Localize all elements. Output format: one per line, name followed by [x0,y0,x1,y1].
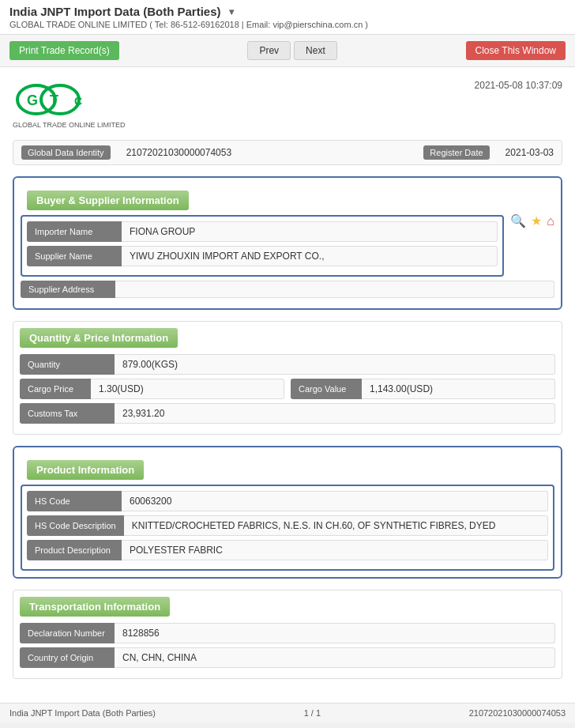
company-subtitle: GLOBAL TRADE ONLINE LIMITED ( Tel: 86-51… [9,20,566,29]
title-dropdown-icon[interactable]: ▾ [229,6,234,17]
importer-value: FIONA GROUP [122,221,498,242]
cargo-value-value: 1,143.00(USD) [362,379,555,399]
supplier-address-label: Supplier Address [21,281,115,298]
quantity-row: Quantity 879.00(KGS) [20,354,555,375]
search-icon[interactable]: 🔍 [510,213,526,228]
supplier-row: Supplier Name YIWU ZHOUXIN IMPORT AND EX… [27,246,498,266]
buyer-supplier-section: Buyer & Supplier Information Importer Na… [13,176,562,310]
top-bar: India JNPT Import Data (Both Parties) ▾ … [0,0,575,35]
hs-code-label: HS Code [27,491,122,511]
print-button[interactable]: Print Trade Record(s) [9,41,119,60]
next-button[interactable]: Next [294,41,337,60]
country-value: CN, CHN, CHINA [115,647,555,668]
main-content: G T C GLOBAL TRADE ONLINE LIMITED 2021-0… [0,67,575,703]
prev-button[interactable]: Prev [247,41,291,60]
hs-code-value: 60063200 [122,491,548,511]
register-date-label: Register Date [423,145,489,160]
supplier-value: YIWU ZHOUXIN IMPORT AND EXPORT CO., [122,246,498,266]
importer-label: Importer Name [27,221,122,242]
page-title: India JNPT Import Data (Both Parties) ▾ [9,5,566,18]
hs-desc-row: HS Code Description KNITTED/CROCHETED FA… [27,515,548,536]
svg-text:G: G [27,92,38,108]
quantity-price-title: Quantity & Price Information [20,328,178,348]
page-footer: India JNPT Import Data (Both Parties) 1 … [0,703,575,722]
cargo-value-label: Cargo Value [291,379,362,399]
quantity-value: 879.00(KGS) [115,354,555,375]
cargo-price-value: 1.30(USD) [91,379,284,399]
importer-row: Importer Name FIONA GROUP [27,221,498,242]
supplier-address-value [115,281,554,298]
buyer-supplier-inner: Importer Name FIONA GROUP Supplier Name … [21,215,504,277]
global-data-label: Global Data Identity [21,145,111,160]
product-section: Product Information HS Code 60063200 HS … [13,446,562,579]
quantity-price-body: Quantity 879.00(KGS) Cargo Price 1.30(US… [13,348,562,434]
record-timestamp: 2021-05-08 10:37:09 [475,80,562,91]
supplier-address-row: Supplier Address [21,281,554,298]
hs-desc-label: HS Code Description [27,515,124,536]
country-row: Country of Origin CN, CHN, CHINA [20,647,555,668]
cargo-price-label: Cargo Price [20,379,91,399]
declaration-row: Declaration Number 8128856 [20,623,555,643]
logo-subtext: GLOBAL TRADE ONLINE LIMITED [13,121,126,129]
record-header: G T C GLOBAL TRADE ONLINE LIMITED 2021-0… [13,80,562,129]
hs-desc-value: KNITTED/CROCHETED FABRICS, N.E.S. IN CH.… [124,515,548,536]
title-text: India JNPT Import Data (Both Parties) [9,5,221,18]
cargo-row: Cargo Price 1.30(USD) Cargo Value 1,143.… [20,379,555,399]
product-inner: HS Code 60063200 HS Code Description KNI… [21,485,554,571]
cargo-price-group: Cargo Price 1.30(USD) [20,379,284,399]
home-icon[interactable]: ⌂ [547,214,554,228]
customs-tax-value: 23,931.20 [115,403,555,424]
star-icon[interactable]: ★ [531,213,542,228]
close-button[interactable]: Close This Window [466,41,566,60]
quantity-label: Quantity [20,354,115,375]
transportation-body: Declaration Number 8128856 Country of Or… [13,617,562,678]
country-label: Country of Origin [20,647,115,668]
supplier-label: Supplier Name [27,246,122,266]
quantity-price-section: Quantity & Price Information Quantity 87… [13,321,562,435]
register-date-value: 2021-03-03 [505,147,554,158]
customs-tax-row: Customs Tax 23,931.20 [20,403,555,424]
transportation-title: Transportation Information [20,597,170,617]
company-logo: G T C [13,80,107,119]
logo-area: G T C GLOBAL TRADE ONLINE LIMITED [13,80,126,129]
nav-bar: Print Trade Record(s) Prev Next Close Th… [0,35,575,67]
declaration-label: Declaration Number [20,623,115,643]
svg-text:C: C [74,95,82,108]
product-desc-label: Product Description [27,540,122,560]
hs-code-row: HS Code 60063200 [27,491,548,511]
footer-page: 1 / 1 [304,708,321,718]
buyer-supplier-title: Buyer & Supplier Information [27,190,189,210]
product-title: Product Information [27,460,144,480]
global-data-value: 21072021030000074053 [126,147,408,158]
footer-left: India JNPT Import Data (Both Parties) [9,708,156,718]
svg-text:T: T [50,92,58,108]
svg-point-1 [41,85,79,114]
transportation-section: Transportation Information Declaration N… [13,590,562,679]
cargo-value-group: Cargo Value 1,143.00(USD) [291,379,555,399]
identity-row: Global Data Identity 2107202103000007405… [13,140,562,165]
product-desc-value: POLYESTER FABRIC [122,540,548,560]
customs-tax-label: Customs Tax [20,403,115,424]
footer-right: 21072021030000074053 [469,708,566,718]
product-desc-row: Product Description POLYESTER FABRIC [27,540,548,560]
buyer-icons: 🔍 ★ ⌂ [510,213,554,228]
declaration-value: 8128856 [115,623,555,643]
